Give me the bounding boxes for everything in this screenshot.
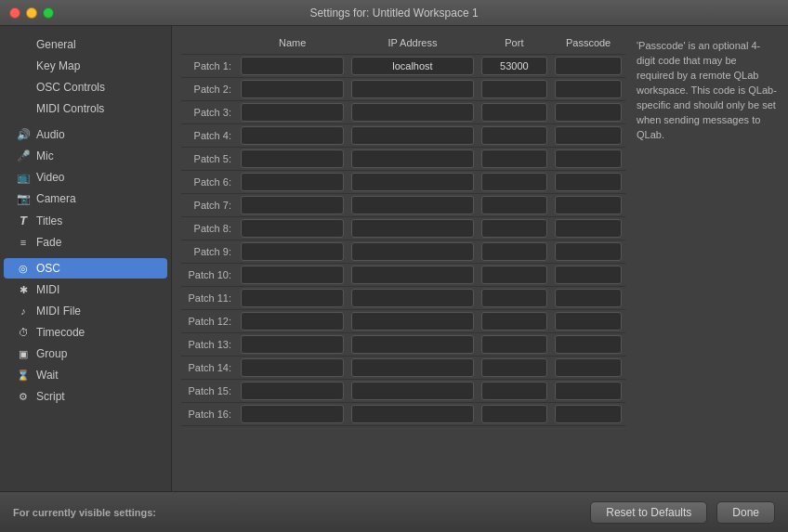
sidebar-item-video[interactable]: 📺 Video: [4, 167, 167, 188]
patch-name-input[interactable]: [241, 219, 344, 238]
patch-port-input[interactable]: [481, 126, 548, 145]
patch-passcode-input[interactable]: [555, 80, 622, 98]
sidebar-item-timecode[interactable]: ⏱ Timecode: [4, 322, 167, 343]
sidebar-item-label: Group: [36, 347, 67, 360]
patch-port-input[interactable]: [481, 149, 548, 168]
reset-defaults-button[interactable]: Reset to Defaults: [590, 501, 707, 524]
info-panel: 'Passcode' is an optional 4-digit code t…: [635, 35, 779, 482]
patch-port-input[interactable]: [481, 103, 548, 122]
fade-icon: ≡: [17, 237, 30, 248]
patch-name-input[interactable]: [241, 405, 344, 423]
patch-name-input[interactable]: [241, 382, 344, 400]
patch-ip-input[interactable]: [351, 266, 473, 284]
sidebar-item-camera[interactable]: 📷 Camera: [4, 188, 167, 209]
patch-ip-input[interactable]: [351, 219, 473, 238]
patch-name-input[interactable]: [241, 103, 344, 122]
window-controls[interactable]: [9, 7, 54, 19]
patch-ip-input[interactable]: [351, 382, 473, 400]
patch-passcode-input[interactable]: [555, 312, 622, 331]
patch-label: Patch 13:: [181, 333, 237, 357]
patch-passcode-input[interactable]: [555, 173, 622, 191]
sidebar-item-osc-controls[interactable]: OSC Controls: [4, 77, 167, 97]
patch-passcode-input[interactable]: [555, 57, 622, 75]
patch-port-input[interactable]: [481, 358, 548, 377]
patch-ip-input[interactable]: [351, 358, 473, 377]
patch-passcode-input[interactable]: [555, 196, 622, 214]
patch-name-input[interactable]: [241, 289, 344, 307]
patch-ip-input[interactable]: [351, 80, 473, 98]
patch-name-input[interactable]: [241, 196, 344, 214]
patch-passcode-input[interactable]: [555, 219, 622, 238]
patch-port-input[interactable]: [481, 266, 548, 284]
patch-name-input[interactable]: [241, 173, 344, 191]
patch-port-input[interactable]: [481, 335, 548, 354]
patch-port-input[interactable]: [481, 242, 548, 261]
patch-name-input[interactable]: [241, 266, 344, 284]
done-button[interactable]: Done: [716, 501, 775, 524]
patch-ip-input[interactable]: [351, 289, 473, 307]
patch-ip-input[interactable]: [351, 242, 473, 261]
patch-ip-input[interactable]: [351, 312, 473, 331]
sidebar-item-general[interactable]: General: [4, 34, 167, 55]
close-button[interactable]: [9, 7, 20, 19]
table-row: Patch 8:: [181, 217, 625, 240]
patch-name-input[interactable]: [241, 335, 344, 354]
patch-ip-input[interactable]: [351, 173, 473, 191]
table-row: Patch 11:: [181, 287, 625, 310]
sidebar-item-audio[interactable]: 🔊 Audio: [4, 124, 167, 145]
patch-name-input[interactable]: [241, 312, 344, 331]
patch-port-input[interactable]: [481, 80, 548, 98]
sidebar-item-keymap[interactable]: Key Map: [4, 56, 167, 76]
sidebar-item-midi-controls[interactable]: MIDI Controls: [4, 98, 167, 119]
patch-port-input[interactable]: [481, 219, 548, 238]
patch-ip-input[interactable]: [351, 405, 473, 423]
sidebar-item-label: Titles: [36, 214, 62, 227]
patch-passcode-input[interactable]: [555, 358, 622, 377]
patch-port-input[interactable]: [481, 173, 548, 191]
patch-ip-input[interactable]: [351, 196, 473, 214]
patch-name-input[interactable]: [241, 358, 344, 377]
patch-passcode-input[interactable]: [555, 103, 622, 122]
patch-name-input[interactable]: [241, 126, 344, 145]
patch-name-input[interactable]: [241, 57, 344, 75]
patch-port-input[interactable]: [481, 289, 548, 307]
patch-name-input[interactable]: [241, 149, 344, 168]
patch-name-input[interactable]: [241, 242, 344, 261]
table-row: Patch 7:: [181, 194, 625, 217]
patch-passcode-input[interactable]: [555, 289, 622, 307]
sidebar-item-group[interactable]: ▣ Group: [4, 344, 167, 364]
sidebar-item-midi[interactable]: ✱ MIDI: [4, 279, 167, 300]
maximize-button[interactable]: [43, 7, 54, 19]
patch-ip-input[interactable]: [351, 126, 473, 145]
patch-ip-input[interactable]: [351, 335, 473, 354]
patch-ip-input[interactable]: [351, 57, 473, 75]
sidebar-item-osc[interactable]: ◎ OSC: [4, 258, 167, 279]
minimize-button[interactable]: [26, 7, 37, 19]
patch-passcode-input[interactable]: [555, 149, 622, 168]
bottom-buttons: Reset to Defaults Done: [590, 501, 775, 524]
patch-table: Name IP Address Port Passcode Patch 1:Pa…: [181, 35, 625, 426]
patch-port-input[interactable]: [481, 57, 548, 75]
patch-name-input[interactable]: [241, 80, 344, 98]
sidebar-item-label: Audio: [36, 128, 65, 141]
patch-passcode-input[interactable]: [555, 126, 622, 145]
patch-port-input[interactable]: [481, 405, 548, 423]
sidebar-item-wait[interactable]: ⌛ Wait: [4, 365, 167, 385]
sidebar-item-midi-file[interactable]: ♪ MIDI File: [4, 301, 167, 321]
patch-port-input[interactable]: [481, 312, 548, 331]
patch-passcode-input[interactable]: [555, 266, 622, 284]
sidebar-item-label: Camera: [36, 192, 76, 205]
sidebar-item-titles[interactable]: T Titles: [4, 210, 167, 231]
table-row: Patch 3:: [181, 101, 625, 124]
patch-port-input[interactable]: [481, 382, 548, 400]
patch-passcode-input[interactable]: [555, 405, 622, 423]
patch-ip-input[interactable]: [351, 149, 473, 168]
sidebar-item-fade[interactable]: ≡ Fade: [4, 232, 167, 253]
patch-ip-input[interactable]: [351, 103, 473, 122]
patch-passcode-input[interactable]: [555, 335, 622, 354]
patch-port-input[interactable]: [481, 196, 548, 214]
patch-passcode-input[interactable]: [555, 382, 622, 400]
patch-passcode-input[interactable]: [555, 242, 622, 261]
sidebar-item-mic[interactable]: 🎤 Mic: [4, 146, 167, 166]
sidebar-item-script[interactable]: ⚙ Script: [4, 386, 167, 407]
